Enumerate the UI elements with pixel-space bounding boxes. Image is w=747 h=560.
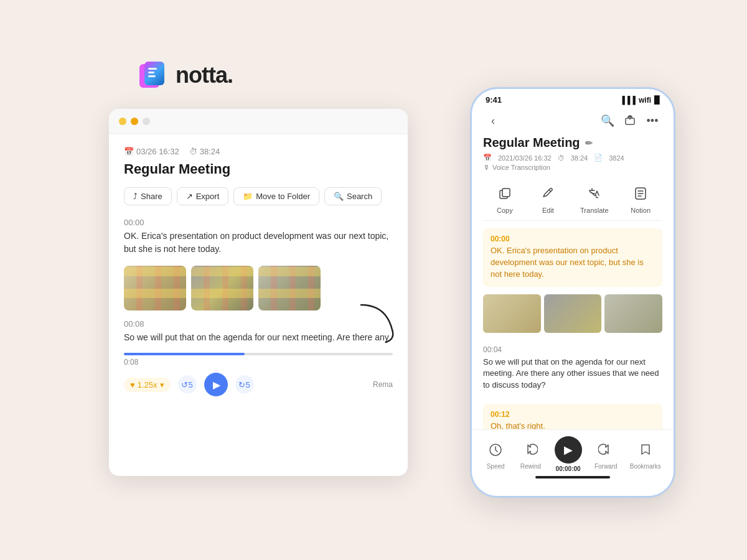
bookmarks-player-label: Bookmarks <box>630 463 661 470</box>
progress-track <box>124 353 393 355</box>
rewind-icon <box>519 439 542 461</box>
speed-icon <box>484 439 507 461</box>
transcript-text-2: So we will put that on the agenda for ou… <box>124 331 393 344</box>
progress-area: 0:08 <box>124 353 393 366</box>
chevron-down-icon: ▾ <box>160 380 164 390</box>
playback-controls: ♥ 1.25x ▾ ↺5 ▶ ↻5 Rema <box>124 373 393 396</box>
photo-thumb-3 <box>258 266 321 310</box>
rewind-player-button[interactable]: Rewind <box>519 439 542 470</box>
phone-photo-1 <box>483 294 541 333</box>
heart-icon: ♥ <box>130 380 135 390</box>
svg-rect-3 <box>148 72 154 73</box>
main-play-button[interactable]: ▶ 00:00:00 <box>555 436 582 472</box>
clock-icon: ⏱ <box>189 147 197 156</box>
rewind-player-label: Rewind <box>520 463 541 470</box>
home-indicator <box>535 476 610 478</box>
svg-rect-1 <box>144 62 164 85</box>
forward-5-button[interactable]: ↻5 <box>235 375 254 394</box>
phone-meta: 📅 2021/03/26 16:32 ⏱ 38:24 📄 3824 <box>483 154 662 162</box>
forward-player-button[interactable]: Forward <box>594 439 618 470</box>
main-play-icon: ▶ <box>555 436 582 464</box>
phone-clock-icon: ⏱ <box>558 154 565 162</box>
notion-icon <box>629 182 652 205</box>
desktop-toolbar: ⤴ Share ↗ Export 📁 Move to Folder 🔍 Sear… <box>124 187 393 205</box>
desktop-meta-date: 📅 03/26 16:32 <box>124 147 179 156</box>
phone-ts-text-2: So we will put that on the agenda for ou… <box>483 357 662 392</box>
titlebar-dot-green <box>143 118 150 125</box>
forward-icon: ↻5 <box>238 380 250 390</box>
rewind-5-button[interactable]: ↺5 <box>178 375 197 394</box>
desktop-meta-duration: ⏱ 38:24 <box>189 147 220 156</box>
translate-action[interactable]: Translate <box>580 182 608 214</box>
phone-ts-time-2: 00:04 <box>483 345 662 354</box>
phone-player: Speed Rewind ▶ 00:00:00 Forward <box>472 429 674 496</box>
search-button[interactable]: 🔍 Search <box>324 187 382 205</box>
phone-status-icons: ▐▐▐ wifi ▉ <box>619 96 660 105</box>
forward-icon <box>594 439 617 461</box>
phone-player-controls: Speed Rewind ▶ 00:00:00 Forward <box>472 436 674 472</box>
photo-thumb-1 <box>124 266 186 310</box>
move-to-folder-button[interactable]: 📁 Move to Folder <box>233 187 319 205</box>
export-icon: ↗ <box>186 192 193 201</box>
phone-calendar-icon: 📅 <box>483 154 492 162</box>
phone-ts-time-3: 00:12 <box>491 410 655 419</box>
phone-voice-tag: 🎙 Voice Transcription <box>483 164 662 171</box>
phone-share-button[interactable] <box>620 111 640 131</box>
titlebar <box>109 109 408 134</box>
mic-icon: 🎙 <box>483 164 490 171</box>
progress-fill <box>124 353 245 355</box>
photo-thumb-2 <box>191 266 253 310</box>
desktop-photo-row <box>124 266 393 310</box>
phone-meeting-title: Regular Meeting ✏ <box>483 136 662 150</box>
phone-ts-text-1: OK. Erica's presentation on product deve… <box>491 245 655 281</box>
speed-player-label: Speed <box>487 463 505 470</box>
share-button[interactable]: ⤴ Share <box>124 187 172 205</box>
notion-label: Notion <box>631 207 651 214</box>
bookmarks-player-button[interactable]: Bookmarks <box>630 439 661 470</box>
desktop-meta: 📅 03/26 16:32 ⏱ 38:24 <box>124 147 393 156</box>
export-button[interactable]: ↗ Export <box>177 187 229 205</box>
speed-player-button[interactable]: Speed <box>484 439 507 470</box>
desktop-meeting-title: Regular Meeting <box>124 161 393 177</box>
phone-more-button[interactable]: ••• <box>642 111 662 131</box>
player-time: 00:00:00 <box>556 465 581 472</box>
progress-time: 0:08 <box>124 358 393 366</box>
phone-search-button[interactable]: 🔍 <box>598 111 618 131</box>
folder-icon: 📁 <box>243 192 253 201</box>
edit-label: Edit <box>542 207 554 214</box>
phone-photo-3 <box>604 294 662 333</box>
phone-transcript-2: 00:04 So we will put that on the agenda … <box>483 340 662 397</box>
speed-button[interactable]: ♥ 1.25x ▾ <box>124 378 171 392</box>
svg-rect-2 <box>148 68 157 70</box>
play-button[interactable]: ▶ <box>204 373 228 396</box>
notion-action[interactable]: Notion <box>629 182 652 214</box>
titlebar-dot-red <box>119 118 126 125</box>
translate-icon <box>583 182 606 205</box>
desktop-transcript-2: 00:08 So we will put that on the agenda … <box>124 319 393 344</box>
phone-nav-right: 🔍 ••• <box>598 111 662 131</box>
copy-label: Copy <box>497 207 513 214</box>
phone-ts-time-1: 00:00 <box>491 235 655 243</box>
phone-content: Regular Meeting ✏ 📅 2021/03/26 16:32 ⏱ 3… <box>472 136 674 439</box>
edit-action[interactable]: Edit <box>537 182 559 214</box>
desktop-transcript-1: 00:00 OK. Erica's presentation on produc… <box>124 218 393 256</box>
copy-action[interactable]: Copy <box>494 182 516 214</box>
phone-nav-bar: ‹ 🔍 ••• <box>472 107 674 136</box>
bookmarks-icon <box>634 439 657 461</box>
wifi-icon: wifi <box>639 96 651 105</box>
signal-icon: ▐▐▐ <box>619 96 636 105</box>
transcript-text-1: OK. Erica's presentation on product deve… <box>124 230 393 256</box>
edit-title-icon[interactable]: ✏ <box>585 138 593 148</box>
copy-icon <box>494 182 516 205</box>
play-icon: ▶ <box>213 379 220 391</box>
search-icon: 🔍 <box>334 192 344 201</box>
transcript-time-1: 00:00 <box>124 218 393 227</box>
translate-label: Translate <box>580 207 608 214</box>
phone-photo-row <box>483 294 662 333</box>
remain-button[interactable]: Rema <box>373 380 393 389</box>
phone-frame: 9:41 ▐▐▐ wifi ▉ ‹ 🔍 ••• Regular Meeting … <box>470 87 675 498</box>
phone-time: 9:41 <box>486 95 502 105</box>
svg-rect-4 <box>148 75 156 77</box>
back-button[interactable]: ‹ <box>483 111 503 131</box>
transcript-time-2: 00:08 <box>124 319 393 329</box>
